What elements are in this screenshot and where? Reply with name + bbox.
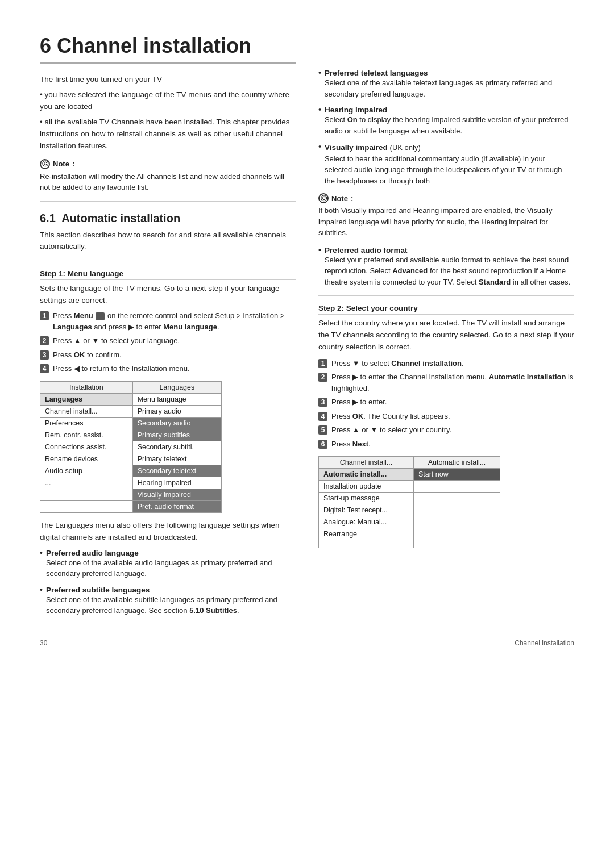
section-title-1: 6.1 Automatic installation xyxy=(40,212,296,225)
step1-step2-text: Press ▲ or ▼ to select your language. xyxy=(53,335,180,347)
step2-step-6: 6 Press Next. xyxy=(318,439,574,450)
pref-hearing-title: Hearing impaired xyxy=(325,106,387,114)
pref-visually-impaired: • Visually impaired (UK only) Select to … xyxy=(318,142,574,186)
section-title-text-1: Automatic installation xyxy=(61,212,180,224)
step2-step6-text: Press Next. xyxy=(331,439,371,450)
note-label-2: Ⓒ Note: xyxy=(318,193,574,203)
step2-heading: Step 2: Select your country xyxy=(318,304,574,315)
divider-3 xyxy=(318,295,574,296)
intro-line-1: The first time you turned on your TV xyxy=(40,74,296,86)
pref-visually-text: Select to hear the additional commentary… xyxy=(325,155,562,185)
note-label-text-2: Note xyxy=(331,194,348,203)
chapter-title-text: Channel installation xyxy=(57,34,251,57)
intro-line-3: • all the available TV Channels have bee… xyxy=(40,116,296,152)
footer-section-label: Channel installation xyxy=(515,639,574,647)
pref-hearing-impaired: • Hearing impaired Select On to display … xyxy=(318,105,574,136)
install-table: Channel install... Automatic install... … xyxy=(318,456,500,548)
step2-num-1: 1 xyxy=(318,359,327,368)
note-icon-1: Ⓒ xyxy=(40,159,50,169)
section-intro: This section describes how to search for… xyxy=(40,229,296,253)
step2-step-2: 2 Press ▶ to enter the Channel installat… xyxy=(318,372,574,394)
note-label-text-1: Note xyxy=(53,160,69,168)
pref-audio-format-text: Select your preferred and available audi… xyxy=(325,256,570,286)
step2-step-5: 5 Press ▲ or ▼ to select your country. xyxy=(318,424,574,436)
step2-steps: 1 Press ▼ to select Channel installation… xyxy=(318,358,574,450)
step1-step3-text: Press OK to confirm. xyxy=(53,349,122,361)
step1-step4-text: Press ◀ to return to the Installation me… xyxy=(53,363,190,374)
pref-audio-lang-title: Preferred audio language xyxy=(46,549,139,557)
step2-num-4: 4 xyxy=(318,412,327,421)
left-column: 6 Channel installation The first time yo… xyxy=(40,34,296,622)
lang-table: Installation Languages LanguagesMenu lan… xyxy=(40,381,222,513)
step2-step1-text: Press ▼ to select Channel installation. xyxy=(331,358,464,369)
divider-2 xyxy=(40,261,296,261)
step2-step4-text: Press OK. The Country list appears. xyxy=(331,411,450,422)
step2-step-1: 1 Press ▼ to select Channel installation… xyxy=(318,358,574,369)
note-text-1: Re-installation will modify the All chan… xyxy=(40,171,296,193)
lang-section-intro: The Languages menu also offers the follo… xyxy=(40,520,296,544)
page-num: 30 xyxy=(40,639,47,647)
step2-step5-text: Press ▲ or ▼ to select your country. xyxy=(331,424,451,436)
install-table-col1-header: Channel install... xyxy=(319,457,414,469)
pref-teletext-lang: • Preferred teletext languages Select on… xyxy=(318,68,574,99)
step2-desc: Select the country where you are located… xyxy=(318,318,574,353)
step1-heading: Step 1: Menu language xyxy=(40,269,296,280)
pref-teletext-lang-text: Select one of the available teletext lan… xyxy=(325,78,552,98)
step1-step-4: 4 Press ◀ to return to the Installation … xyxy=(40,363,296,374)
pref-audio-lang: • Preferred audio language Select one of… xyxy=(40,548,296,579)
right-column: • Preferred teletext languages Select on… xyxy=(318,34,574,622)
page-footer: 30 Channel installation xyxy=(40,639,574,647)
step1-desc: Sets the language of the TV menus. Go to… xyxy=(40,283,296,307)
step-num-3: 3 xyxy=(40,350,49,360)
step1-steps: 1 Press Menu on the remote control and s… xyxy=(40,310,296,374)
lang-table-col2-header: Languages xyxy=(132,381,221,393)
step2-step2-text: Press ▶ to enter the Channel installatio… xyxy=(331,372,574,394)
step-num-4: 4 xyxy=(40,364,49,373)
step2-step-3: 3 Press ▶ to enter. xyxy=(318,397,574,408)
chapter-num: 6 xyxy=(40,34,51,57)
step2-num-6: 6 xyxy=(318,440,327,449)
pref-visually-title: Visually impaired xyxy=(325,143,388,152)
chapter-title: 6 Channel installation xyxy=(40,34,296,64)
step1-step-1: 1 Press Menu on the remote control and s… xyxy=(40,310,296,332)
lang-table-col1-header: Installation xyxy=(40,381,133,393)
pref-audio-lang-text: Select one of the available audio langua… xyxy=(46,558,272,578)
step2-num-3: 3 xyxy=(318,398,327,407)
pref-audio-format-title: Preferred audio format xyxy=(325,246,408,254)
menu-icon xyxy=(96,312,105,320)
step2-step3-text: Press ▶ to enter. xyxy=(331,397,387,408)
step1-step1-text: Press Menu on the remote control and sel… xyxy=(53,310,296,332)
note-icon-2: Ⓒ xyxy=(318,193,329,203)
pref-visually-uk: (UK only) xyxy=(390,143,421,152)
pref-subtitle-lang: • Preferred subtitle languages Select on… xyxy=(40,585,296,616)
note-block-1: Ⓒ Note: Re-installation will modify the … xyxy=(40,159,296,193)
step2-step-4: 4 Press OK. The Country list appears. xyxy=(318,411,574,422)
pref-subtitle-lang-title: Preferred subtitle languages xyxy=(46,586,150,594)
step2-num-5: 5 xyxy=(318,425,327,435)
intro-line-2: • you have selected the language of the … xyxy=(40,89,296,113)
note-text-2: If both Visually impaired and Hearing im… xyxy=(318,205,574,239)
note-block-2: Ⓒ Note: If both Visually impaired and He… xyxy=(318,193,574,239)
step-num-1: 1 xyxy=(40,311,49,320)
section-num-1: 6.1 xyxy=(40,212,56,224)
pref-dot: • Preferred audio language Select one of… xyxy=(40,548,296,579)
pref-hearing-text: Select On to display the hearing impaire… xyxy=(325,115,569,135)
step1-step-2: 2 Press ▲ or ▼ to select your language. xyxy=(40,335,296,347)
install-table-col2-header: Automatic install... xyxy=(413,457,500,469)
pref-subtitle-lang-text: Select one of the available subtitle lan… xyxy=(46,595,277,615)
pref-audio-format: • Preferred audio format Select your pre… xyxy=(318,245,574,288)
divider-1 xyxy=(40,201,296,202)
step1-step-3: 3 Press OK to confirm. xyxy=(40,349,296,361)
step2-num-2: 2 xyxy=(318,373,327,382)
note-label-1: Ⓒ Note: xyxy=(40,159,296,169)
step-num-2: 2 xyxy=(40,336,49,345)
pref-teletext-lang-title: Preferred teletext languages xyxy=(325,69,428,77)
